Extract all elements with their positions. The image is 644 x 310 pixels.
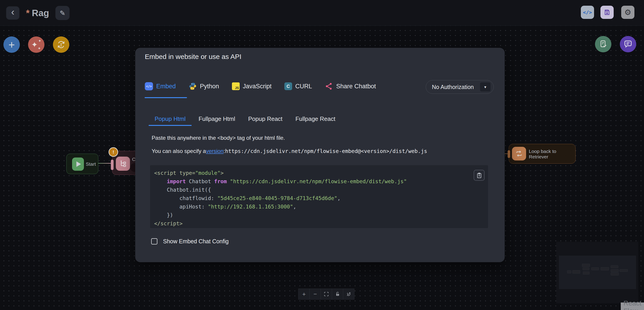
header-bar: ‹ * Rag ✎ </> ⚙ bbox=[0, 0, 644, 26]
code-line: <script type="module"> bbox=[154, 169, 488, 177]
reactflow-attribution[interactable]: React Flow bbox=[621, 303, 644, 310]
loop-node-label: Loop back to Retriever bbox=[529, 144, 575, 164]
api-endpoint-button[interactable]: </> bbox=[581, 6, 594, 19]
clipboard-icon bbox=[476, 172, 482, 178]
minimap-node bbox=[601, 267, 609, 270]
minimap-node bbox=[611, 273, 619, 275]
code-line: </script> bbox=[154, 219, 488, 228]
loop-node-input-handle[interactable] bbox=[508, 150, 510, 158]
python-icon bbox=[188, 82, 197, 91]
start-node-label: Start bbox=[86, 154, 96, 174]
lock-button[interactable] bbox=[332, 289, 343, 299]
active-tab-underline bbox=[144, 97, 187, 98]
embed-code-icon: </> bbox=[145, 82, 153, 90]
add-node-button[interactable]: + bbox=[4, 36, 20, 53]
cdn-url: https://cdn.jsdelivr.net/npm/flowise-emb… bbox=[225, 148, 427, 154]
refresh-alert-icon bbox=[57, 40, 65, 49]
embed-code-block: <script type="module"> import Chatbot fr… bbox=[150, 165, 488, 228]
embed-config-row: Show Embed Chat Config bbox=[151, 238, 229, 245]
zoom-in-button[interactable]: + bbox=[298, 289, 310, 299]
code-line: apiHost: "http://192.168.1.165:3000", bbox=[154, 203, 488, 211]
authorization-value: No Authorization bbox=[426, 84, 480, 90]
minimap-node bbox=[611, 269, 619, 272]
subtab-fullpage-react[interactable]: Fullpage React bbox=[290, 113, 342, 126]
version-link[interactable]: version bbox=[206, 148, 224, 154]
minimap-node bbox=[583, 272, 590, 275]
subtab-popup-react[interactable]: Popup React bbox=[242, 113, 288, 126]
minimap-node bbox=[572, 270, 580, 274]
plus-icon: + bbox=[302, 291, 306, 298]
show-embed-chat-config-label: Show Embed Chat Config bbox=[163, 238, 229, 245]
paste-instruction: Paste this anywhere in the <body> tag of… bbox=[152, 135, 285, 141]
tab-javascript[interactable]: JS JavaScript bbox=[232, 82, 272, 90]
embed-subtabs: Popup Html Fullpage Html Popup React Ful… bbox=[149, 113, 341, 126]
copy-code-button[interactable] bbox=[474, 170, 484, 181]
minimap-node bbox=[567, 270, 571, 273]
version-instruction: You can also specify a version : https:/… bbox=[152, 148, 427, 154]
fit-view-button[interactable] bbox=[321, 289, 332, 299]
save-chatflow-button[interactable] bbox=[600, 6, 614, 19]
authorization-dropdown[interactable]: No Authorization ▼ bbox=[426, 80, 494, 94]
fit-view-icon bbox=[324, 292, 329, 297]
chat-button[interactable] bbox=[620, 36, 636, 52]
flow-name: Rag bbox=[32, 8, 49, 18]
tab-curl[interactable]: C CURL bbox=[284, 82, 312, 90]
minimap-node bbox=[583, 267, 589, 270]
document-check-icon bbox=[598, 40, 608, 49]
minus-icon: − bbox=[313, 291, 317, 298]
minimap-node bbox=[582, 264, 590, 267]
gear-icon: ⚙ bbox=[624, 8, 631, 17]
code-line: }) bbox=[154, 211, 488, 219]
curl-icon: C bbox=[284, 82, 292, 90]
code-icon: </> bbox=[583, 9, 592, 15]
plus-icon: + bbox=[8, 38, 15, 51]
flow-tree-icon bbox=[116, 156, 130, 171]
back-button[interactable]: ‹ bbox=[6, 6, 20, 19]
edit-name-button[interactable]: ✎ bbox=[56, 6, 70, 20]
code-line: import Chatbot from "https://cdn.jsdeliv… bbox=[154, 177, 488, 186]
flow-title: * Rag bbox=[26, 6, 49, 19]
play-icon bbox=[76, 161, 81, 167]
slashed-icon bbox=[346, 292, 351, 297]
minimap[interactable] bbox=[556, 242, 638, 304]
dropdown-arrow-box: ▼ bbox=[480, 82, 490, 92]
unsaved-indicator: * bbox=[26, 8, 30, 18]
subtab-popup-html[interactable]: Popup Html bbox=[149, 113, 192, 126]
code-line: Chatbot.init({ bbox=[154, 186, 488, 194]
tab-embed[interactable]: </> Embed bbox=[145, 82, 176, 90]
edge-start-to-chatflow bbox=[98, 163, 111, 164]
settings-button[interactable]: ⚙ bbox=[621, 6, 634, 19]
tab-python[interactable]: Python bbox=[188, 82, 219, 91]
tab-share-chatbot[interactable]: Share Chatbot bbox=[325, 82, 376, 90]
floppy-icon bbox=[604, 9, 610, 16]
node-input-handle[interactable] bbox=[111, 159, 114, 170]
unlock-icon bbox=[335, 292, 340, 297]
subtab-fullpage-html[interactable]: Fullpage Html bbox=[193, 113, 241, 126]
assistant-button[interactable]: ✦ ✦ ✦ bbox=[28, 36, 44, 53]
embed-api-dialog: Embed in website or use as API </> Embed… bbox=[135, 48, 505, 262]
dialog-title: Embed in website or use as API bbox=[145, 53, 242, 61]
back-chevron-icon: ‹ bbox=[11, 6, 14, 17]
chevron-down-icon: ▼ bbox=[484, 85, 487, 89]
show-embed-chat-config-checkbox[interactable] bbox=[151, 238, 157, 244]
minimap-node bbox=[611, 265, 618, 268]
javascript-icon: JS bbox=[232, 82, 240, 90]
share-icon bbox=[325, 82, 333, 90]
clear-canvas-button[interactable] bbox=[343, 289, 354, 299]
canvas-controls: + − bbox=[298, 289, 354, 300]
zoom-out-button[interactable]: − bbox=[310, 289, 321, 299]
start-node[interactable]: Start bbox=[66, 154, 98, 174]
loop-back-node[interactable]: Loop back to Retriever bbox=[509, 144, 576, 164]
sync-nodes-button[interactable] bbox=[53, 36, 69, 53]
pencil-icon: ✎ bbox=[60, 9, 65, 17]
warning-badge: ! bbox=[108, 147, 118, 157]
loop-icon bbox=[512, 147, 526, 160]
minimap-node bbox=[620, 269, 628, 272]
minimap-node bbox=[591, 267, 599, 270]
code-line: chatflowid: "5d45ce25-e840-4045-9784-d71… bbox=[154, 194, 488, 203]
play-node-icon bbox=[72, 157, 84, 171]
validate-flow-button[interactable] bbox=[595, 36, 612, 52]
chat-bubble-icon bbox=[623, 39, 633, 49]
sparkles-icon: ✦ ✦ ✦ bbox=[31, 40, 41, 50]
api-tabs: </> Embed Python JS JavaScript C CURL Sh… bbox=[145, 81, 376, 92]
